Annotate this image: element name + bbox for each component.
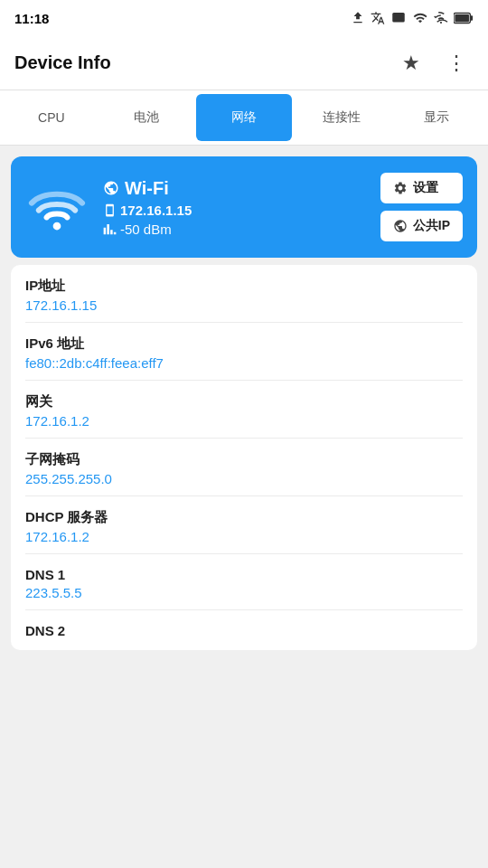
wifi-name-label: Wi-Fi <box>125 178 169 199</box>
signal-strength-icon <box>103 222 117 236</box>
wifi-action-buttons: 设置 公共IP <box>380 173 463 241</box>
info-item-gateway: 网关 172.16.1.2 <box>25 381 463 439</box>
info-item-dns1: DNS 1 223.5.5.5 <box>25 554 463 610</box>
phone-icon <box>103 203 117 217</box>
app-bar: Device Info ★ ⋮ <box>0 36 488 90</box>
public-ip-button[interactable]: 公共IP <box>380 211 463 241</box>
wifi-name-row: Wi-Fi <box>103 178 366 199</box>
ipv6-label: IPv6 地址 <box>25 335 463 353</box>
info-item-ipv6: IPv6 地址 fe80::2db:c4ff:feea:eff7 <box>25 323 463 381</box>
app-bar-icons: ★ ⋮ <box>394 46 474 80</box>
more-button[interactable]: ⋮ <box>439 46 474 80</box>
ipv6-value: fe80::2db:c4ff:feea:eff7 <box>25 355 463 371</box>
tab-cpu[interactable]: CPU <box>4 94 99 141</box>
settings-label: 设置 <box>413 180 438 196</box>
ip-value: 172.16.1.15 <box>25 297 463 313</box>
status-bar: 11:18 <box>0 0 488 36</box>
subnet-value: 255.255.255.0 <box>25 471 463 486</box>
gateway-value: 172.16.1.2 <box>25 413 463 429</box>
app-title: Device Info <box>14 52 111 73</box>
info-item-dns2: DNS 2 <box>25 610 463 650</box>
svg-rect-0 <box>392 13 405 23</box>
star-icon: ★ <box>402 52 420 75</box>
wifi-icon-container <box>25 182 89 232</box>
wifi-card: Wi-Fi 172.16.1.15 -50 dBm 设置 公共IP <box>11 156 477 258</box>
download-icon <box>351 11 365 25</box>
dhcp-value: 172.16.1.2 <box>25 529 463 544</box>
svg-point-4 <box>53 222 61 231</box>
subnet-label: 子网掩码 <box>25 451 463 468</box>
wifi-info: Wi-Fi 172.16.1.15 -50 dBm <box>103 178 366 237</box>
wifi-ip-row: 172.16.1.15 <box>103 203 366 218</box>
battery-icon <box>454 12 474 24</box>
status-icons <box>351 10 474 26</box>
svg-rect-3 <box>470 15 473 21</box>
translate-icon <box>371 11 385 25</box>
dns1-value: 223.5.5.5 <box>25 585 463 600</box>
wifi-status-icon <box>412 11 428 25</box>
tab-connectivity-label: 连接性 <box>323 109 361 126</box>
wifi-signal-row: -50 dBm <box>103 222 366 237</box>
status-time: 11:18 <box>14 11 49 26</box>
tab-cpu-label: CPU <box>38 110 65 125</box>
dns2-label: DNS 2 <box>25 623 463 638</box>
gear-icon <box>393 181 408 195</box>
tab-display[interactable]: 显示 <box>389 94 484 141</box>
tab-display-label: 显示 <box>424 109 449 126</box>
tab-battery-label: 电池 <box>134 109 159 126</box>
gateway-label: 网关 <box>25 393 463 410</box>
public-ip-icon <box>393 219 408 233</box>
tab-network-label: 网络 <box>231 109 257 126</box>
signal-icon <box>434 11 448 25</box>
ip-label: IP地址 <box>25 278 463 295</box>
settings-button[interactable]: 设置 <box>380 173 463 203</box>
public-ip-label: 公共IP <box>413 218 450 234</box>
screenshot-icon <box>390 10 407 26</box>
info-item-ip: IP地址 172.16.1.15 <box>25 265 463 323</box>
tab-battery[interactable]: 电池 <box>99 94 195 141</box>
star-button[interactable]: ★ <box>394 46 428 80</box>
wifi-large-icon <box>25 182 89 232</box>
wifi-ip: 172.16.1.15 <box>120 203 192 218</box>
tab-network[interactable]: 网络 <box>196 94 292 141</box>
network-info-list: IP地址 172.16.1.15 IPv6 地址 fe80::2db:c4ff:… <box>11 265 477 650</box>
info-item-dhcp: DHCP 服务器 172.16.1.2 <box>25 496 463 554</box>
dns1-label: DNS 1 <box>25 567 463 582</box>
tab-bar: CPU 电池 网络 连接性 显示 <box>0 90 488 146</box>
info-item-subnet: 子网掩码 255.255.255.0 <box>25 439 463 496</box>
tab-connectivity[interactable]: 连接性 <box>294 94 389 141</box>
dhcp-label: DHCP 服务器 <box>25 509 463 526</box>
globe-icon <box>103 180 119 196</box>
time-display: 11:18 <box>14 11 49 26</box>
svg-rect-2 <box>455 14 469 22</box>
more-icon: ⋮ <box>446 52 466 75</box>
wifi-signal: -50 dBm <box>120 222 172 237</box>
